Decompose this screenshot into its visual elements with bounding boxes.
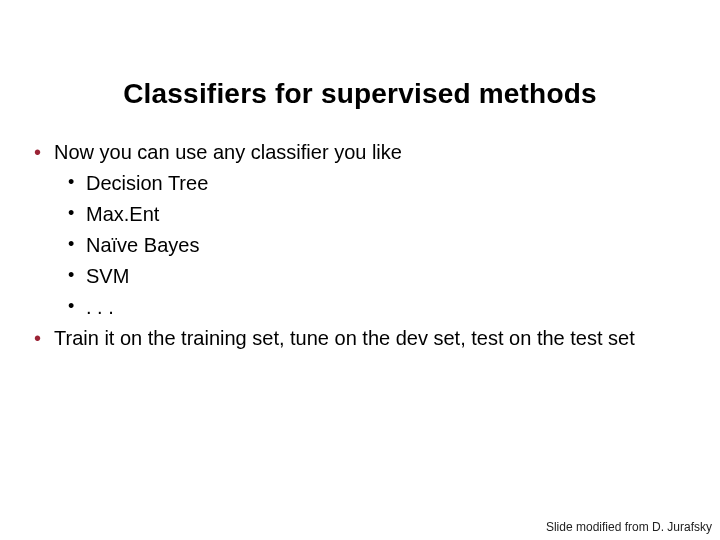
sub-bullet-text: SVM <box>86 265 129 287</box>
sub-bullet-list: Decision Tree Max.Ent Naïve Bayes SVM . … <box>54 169 700 322</box>
bullet-item: Train it on the training set, tune on th… <box>28 324 700 353</box>
sub-bullet-text: Max.Ent <box>86 203 159 225</box>
bullet-list: Now you can use any classifier you like … <box>20 138 700 353</box>
sub-bullet-item: Decision Tree <box>60 169 700 198</box>
sub-bullet-text: . . . <box>86 296 114 318</box>
slide-title: Classifiers for supervised methods <box>0 0 720 138</box>
sub-bullet-item: Max.Ent <box>60 200 700 229</box>
bullet-item: Now you can use any classifier you like … <box>28 138 700 322</box>
sub-bullet-text: Naïve Bayes <box>86 234 199 256</box>
bullet-text: Now you can use any classifier you like <box>54 141 402 163</box>
sub-bullet-item: . . . <box>60 293 700 322</box>
slide: Classifiers for supervised methods Now y… <box>0 0 720 540</box>
slide-body: Now you can use any classifier you like … <box>0 138 720 353</box>
sub-bullet-item: SVM <box>60 262 700 291</box>
bullet-text: Train it on the training set, tune on th… <box>54 327 635 349</box>
sub-bullet-text: Decision Tree <box>86 172 208 194</box>
credit-text: Slide modified from D. Jurafsky <box>546 520 712 534</box>
sub-bullet-item: Naïve Bayes <box>60 231 700 260</box>
